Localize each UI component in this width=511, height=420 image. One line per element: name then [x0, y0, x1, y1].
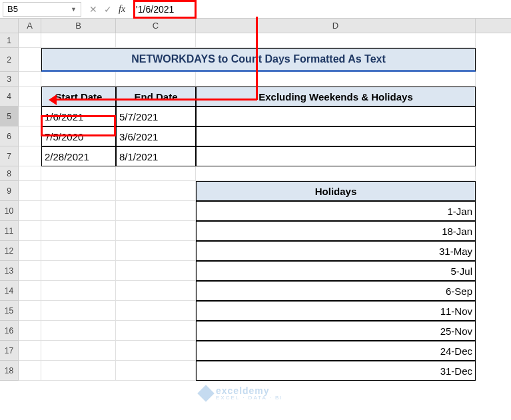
holiday-1[interactable]: 18-Jan — [196, 221, 476, 241]
cell-A7[interactable] — [19, 146, 41, 166]
col-header-A[interactable]: A — [19, 19, 41, 33]
cell-B14[interactable] — [41, 281, 116, 301]
cell-C8[interactable] — [116, 166, 196, 181]
cell-B3[interactable] — [41, 72, 116, 87]
cell-B9[interactable] — [41, 181, 116, 201]
cell-B18[interactable] — [41, 361, 116, 381]
row-header-6[interactable]: 6 — [0, 126, 19, 146]
cell-A14[interactable] — [19, 281, 41, 301]
col-header-C[interactable]: C — [116, 19, 196, 33]
row-header-14[interactable]: 14 — [0, 281, 19, 301]
cell-D6[interactable] — [196, 126, 476, 146]
holidays-header[interactable]: Holidays — [196, 181, 476, 201]
row-header-1[interactable]: 1 — [0, 33, 19, 48]
cancel-icon[interactable]: ✕ — [89, 4, 97, 15]
cell-B6[interactable]: 7/5/2020 — [41, 126, 116, 146]
cell-A16[interactable] — [19, 321, 41, 341]
cell-C13[interactable] — [116, 261, 196, 281]
cell-C18[interactable] — [116, 361, 196, 381]
cell-A3[interactable] — [19, 72, 41, 87]
row-header-5[interactable]: 5 — [0, 106, 19, 126]
annotation-arrow-v — [256, 17, 258, 100]
cell-C7[interactable]: 8/1/2021 — [116, 146, 196, 166]
row-header-10[interactable]: 10 — [0, 201, 19, 221]
row-header-12[interactable]: 12 — [0, 241, 19, 261]
holiday-2[interactable]: 31-May — [196, 241, 476, 261]
cell-C14[interactable] — [116, 281, 196, 301]
row-header-4[interactable]: 4 — [0, 87, 19, 106]
cell-B15[interactable] — [41, 301, 116, 321]
enter-icon[interactable]: ✓ — [104, 4, 112, 15]
formula-input[interactable]: '1/6/2021 — [133, 2, 508, 17]
cell-C3[interactable] — [116, 72, 196, 87]
cell-A15[interactable] — [19, 301, 41, 321]
row-header-7[interactable]: 7 — [0, 146, 19, 166]
row-header-13[interactable]: 13 — [0, 261, 19, 281]
cell-A5[interactable] — [19, 106, 41, 126]
cell-A11[interactable] — [19, 221, 41, 241]
cell-C5[interactable]: 5/7/2021 — [116, 106, 196, 126]
cell-A10[interactable] — [19, 201, 41, 221]
cell-C15[interactable] — [116, 301, 196, 321]
cell-B5[interactable]: 1/6/2021 — [41, 106, 116, 126]
cell-C10[interactable] — [116, 201, 196, 221]
cell-B10[interactable] — [41, 201, 116, 221]
cell-B12[interactable] — [41, 241, 116, 261]
holiday-4[interactable]: 6-Sep — [196, 281, 476, 301]
cell-B1[interactable] — [41, 33, 116, 48]
cell-D3[interactable] — [196, 72, 476, 87]
row-header-3[interactable]: 3 — [0, 72, 19, 87]
cell-A18[interactable] — [19, 361, 41, 381]
row-header-11[interactable]: 11 — [0, 221, 19, 241]
holiday-3[interactable]: 5-Jul — [196, 261, 476, 281]
row-header-15[interactable]: 15 — [0, 301, 19, 321]
row-header-17[interactable]: 17 — [0, 341, 19, 361]
cell-A17[interactable] — [19, 341, 41, 361]
row-header-18[interactable]: 18 — [0, 361, 19, 381]
cell-D8[interactable] — [196, 166, 476, 181]
row-header-8[interactable]: 8 — [0, 166, 19, 181]
cell-A4[interactable] — [19, 87, 41, 106]
select-all-corner[interactable] — [0, 19, 19, 33]
cell-A2[interactable] — [19, 48, 41, 72]
cell-D1[interactable] — [196, 33, 476, 48]
holiday-0[interactable]: 1-Jan — [196, 201, 476, 221]
annotation-arrow-head — [49, 95, 57, 105]
holiday-6[interactable]: 25-Nov — [196, 321, 476, 341]
cell-C12[interactable] — [116, 241, 196, 261]
row-header-2[interactable]: 2 — [0, 48, 19, 72]
header-excluding[interactable]: Excluding Weekends & Holidays — [196, 87, 476, 106]
cell-A9[interactable] — [19, 181, 41, 201]
cell-A12[interactable] — [19, 241, 41, 261]
holiday-7[interactable]: 24-Dec — [196, 341, 476, 361]
cell-B11[interactable] — [41, 221, 116, 241]
cell-B17[interactable] — [41, 341, 116, 361]
cell-C11[interactable] — [116, 221, 196, 241]
header-end-date[interactable]: End Date — [116, 87, 196, 106]
cell-D7[interactable] — [196, 146, 476, 166]
cell-C1[interactable] — [116, 33, 196, 48]
name-box[interactable]: B5 ▼ — [3, 2, 81, 17]
row-header-16[interactable]: 16 — [0, 321, 19, 341]
cell-C16[interactable] — [116, 321, 196, 341]
fx-icon[interactable]: fx — [119, 4, 125, 15]
cell-B13[interactable] — [41, 261, 116, 281]
cell-A8[interactable] — [19, 166, 41, 181]
cell-C9[interactable] — [116, 181, 196, 201]
holiday-5[interactable]: 11-Nov — [196, 301, 476, 321]
cell-B16[interactable] — [41, 321, 116, 341]
chevron-down-icon[interactable]: ▼ — [71, 6, 77, 13]
cell-A13[interactable] — [19, 261, 41, 281]
holiday-8[interactable]: 31-Dec — [196, 361, 476, 381]
cell-B7[interactable]: 2/28/2021 — [41, 146, 116, 166]
cell-D5[interactable] — [196, 106, 476, 126]
row-header-9[interactable]: 9 — [0, 181, 19, 201]
title-cell[interactable]: NETWORKDAYS to Count Days Formatted As T… — [41, 48, 476, 72]
col-header-D[interactable]: D — [196, 19, 476, 33]
cell-A6[interactable] — [19, 126, 41, 146]
cell-C17[interactable] — [116, 341, 196, 361]
cell-A1[interactable] — [19, 33, 41, 48]
cell-B8[interactable] — [41, 166, 116, 181]
col-header-B[interactable]: B — [41, 19, 116, 33]
cell-C6[interactable]: 3/6/2021 — [116, 126, 196, 146]
